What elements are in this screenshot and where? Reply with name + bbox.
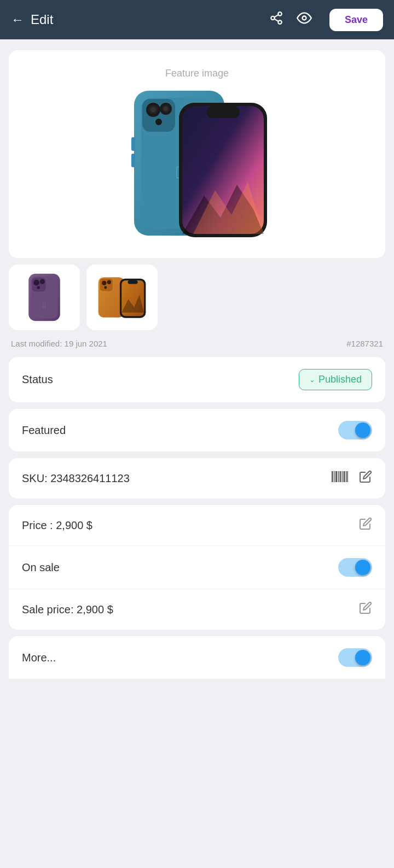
feature-image-card[interactable]: Feature image (9, 50, 385, 258)
svg-text::  (43, 301, 45, 310)
feature-image-label: Feature image (165, 68, 229, 79)
price-label: Price : 2,900 $ (22, 519, 92, 532)
svg-rect-22 (206, 106, 240, 118)
sale-price-label: Sale price: 2,900 $ (22, 603, 113, 616)
thumbnail-card-1[interactable]:  (9, 265, 80, 330)
svg-rect-44 (338, 471, 339, 482)
thumbnail-phone-gold (97, 273, 147, 322)
header-icons (269, 11, 312, 28)
on-sale-toggle-thumb (355, 560, 370, 575)
svg-line-3 (274, 19, 278, 21)
status-value: Published (318, 374, 362, 385)
save-button[interactable]: Save (329, 9, 383, 31)
more-toggle[interactable] (338, 648, 372, 667)
on-sale-toggle[interactable] (338, 558, 372, 577)
edit-sale-price-icon[interactable] (359, 601, 372, 618)
svg-point-34 (102, 281, 106, 285)
share-icon[interactable] (269, 11, 283, 28)
status-chevron-icon: ⌄ (309, 376, 315, 384)
svg-rect-33 (100, 279, 113, 291)
svg-rect-42 (334, 471, 335, 482)
svg-point-29 (40, 279, 45, 284)
back-button[interactable]: ← (11, 12, 24, 27)
sale-price-row: Sale price: 2,900 $ (9, 589, 385, 630)
featured-card: Featured (9, 409, 385, 451)
preview-icon[interactable] (297, 12, 312, 27)
svg-point-30 (37, 286, 40, 289)
svg-rect-48 (346, 471, 347, 482)
more-toggle-thumb (355, 650, 370, 665)
svg-rect-19 (131, 154, 135, 167)
meta-row: Last modified: 19 jun 2021 #1287321 (9, 337, 385, 350)
svg-rect-18 (131, 137, 135, 151)
edit-sku-icon[interactable] (359, 470, 372, 486)
status-label: Status (22, 373, 53, 386)
featured-label: Featured (22, 424, 66, 437)
phone-front-svg (178, 102, 268, 238)
svg-rect-45 (340, 471, 341, 482)
page-title: Edit (31, 12, 53, 27)
svg-point-15 (155, 119, 162, 125)
last-modified: Last modified: 19 jun 2021 (11, 339, 107, 348)
barcode-icon[interactable] (332, 470, 348, 486)
svg-rect-41 (332, 471, 333, 482)
more-card: More... (9, 636, 385, 679)
header: ← Edit Save (0, 0, 394, 39)
on-sale-label: On sale (22, 561, 60, 574)
svg-rect-49 (347, 471, 349, 482)
thumbnail-card-2[interactable] (86, 265, 158, 330)
thumbnail-row:  (9, 265, 385, 330)
svg-rect-40 (128, 280, 138, 284)
on-sale-row: On sale (9, 546, 385, 589)
svg-point-11 (150, 107, 156, 113)
svg-line-4 (274, 15, 278, 17)
svg-point-5 (302, 16, 306, 20)
svg-rect-43 (335, 471, 337, 482)
svg-rect-8 (142, 99, 175, 132)
sku-actions (332, 470, 372, 486)
main-content: Feature image (0, 39, 394, 690)
svg-point-28 (33, 280, 39, 286)
status-badge[interactable]: ⌄ Published (299, 369, 372, 390)
feature-phone-image:  (126, 88, 268, 241)
status-card: Status ⌄ Published (9, 357, 385, 402)
thumbnail-phone-purple:  (22, 273, 66, 322)
more-label: More... (22, 652, 56, 664)
svg-point-14 (164, 107, 168, 111)
price-row: Price : 2,900 $ (9, 505, 385, 546)
sku-card: SKU: 2348326411123 (9, 458, 385, 498)
svg-rect-46 (342, 471, 343, 482)
toggle-thumb (355, 423, 370, 438)
edit-price-icon[interactable] (359, 517, 372, 533)
featured-toggle[interactable] (338, 421, 372, 439)
svg-point-35 (107, 280, 111, 284)
svg-rect-47 (344, 471, 345, 482)
product-id: #1287321 (346, 339, 383, 348)
header-left: ← Edit (11, 12, 260, 27)
sku-label: SKU: 2348326411123 (22, 472, 130, 485)
svg-point-36 (104, 286, 107, 289)
pricing-card-group: Price : 2,900 $ On sale Sale price: 2,90… (9, 505, 385, 630)
